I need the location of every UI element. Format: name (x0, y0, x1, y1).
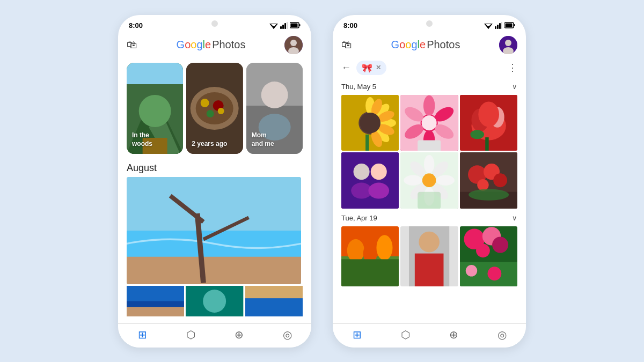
back-button[interactable]: ← (341, 62, 351, 73)
nav-library-icon: ⊕ (235, 328, 244, 341)
strip-photo-1[interactable] (127, 286, 184, 316)
svg-point-133 (476, 243, 490, 257)
shop-button-2[interactable]: 🛍 (341, 39, 352, 51)
svg-point-77 (360, 112, 380, 133)
svg-point-81 (423, 95, 435, 116)
woman-photo[interactable] (400, 226, 458, 286)
flower-white-zinnia[interactable] (400, 152, 458, 209)
logo-google-text-2: Google (391, 39, 426, 51)
nav-sharing-icon-2: ◎ (497, 328, 507, 341)
signal-icon-2 (495, 22, 502, 29)
svg-point-121 (347, 239, 364, 262)
nav-sharing-icon: ◎ (283, 328, 292, 341)
nav-sharing[interactable]: ◎ (283, 328, 292, 341)
svg-rect-58 (497, 25, 499, 29)
august-photo-grid (118, 177, 311, 284)
battery-icon-2 (504, 22, 515, 28)
apr19-photo-grid (333, 224, 526, 289)
shop-button[interactable]: 🛍 (127, 39, 137, 51)
svg-rect-96 (341, 152, 399, 209)
memory-card-years[interactable]: 2 years ago (186, 63, 243, 154)
svg-point-11 (290, 40, 297, 46)
svg-rect-8 (299, 24, 301, 26)
date-label-apr19: Tue, Apr 19 (341, 214, 377, 222)
svg-point-105 (436, 175, 455, 186)
pinkroses-svg (460, 226, 517, 286)
wifi-icon-2 (484, 22, 493, 29)
nav-search-2[interactable]: ⬡ (401, 328, 410, 341)
nav-library[interactable]: ⊕ (235, 328, 244, 341)
user-avatar-2[interactable] (499, 36, 517, 54)
svg-rect-4 (282, 25, 284, 29)
sunflower-svg (341, 95, 399, 151)
nav-sharing-2[interactable]: ◎ (497, 328, 507, 341)
svg-point-116 (477, 179, 488, 190)
svg-point-109 (404, 175, 422, 186)
nav-library-2[interactable]: ⊕ (449, 328, 458, 341)
strip3-svg (245, 286, 303, 316)
svg-rect-6 (287, 22, 288, 29)
svg-point-65 (505, 40, 511, 46)
nav-search[interactable]: ⬡ (186, 328, 195, 341)
nav-photos-2[interactable]: ⊞ (353, 328, 362, 341)
svg-point-23 (201, 99, 209, 107)
strip-photo-2[interactable] (186, 286, 243, 316)
august-label: August (118, 158, 311, 177)
filter-chip[interactable]: 🎀 ✕ (356, 61, 386, 75)
memory-card-mom[interactable]: Momand me (246, 63, 303, 154)
filter-close[interactable]: ✕ (376, 64, 381, 71)
phone-1-bottom-nav: ⊞ ⬡ ⊕ ◎ (118, 323, 311, 348)
phone-1: 8:00 (118, 15, 311, 348)
svg-point-26 (218, 108, 224, 114)
phone-1-app-header: 🛍 Google Photos (118, 32, 311, 58)
flower-people[interactable] (341, 152, 399, 209)
date-section-may5: Thu, May 5 ∨ (333, 79, 526, 93)
flower-sunflower[interactable] (341, 95, 399, 151)
beach-svg (127, 177, 301, 284)
svg-point-51 (203, 290, 226, 313)
memory-label-woods: In thewoods (132, 131, 152, 148)
user-avatar[interactable] (284, 36, 303, 54)
svg-rect-53 (245, 298, 303, 316)
nav-photos[interactable]: ⊞ (138, 328, 147, 341)
svg-rect-62 (514, 24, 515, 26)
avatar-svg-2 (499, 36, 517, 54)
svg-rect-33 (127, 256, 301, 284)
svg-rect-78 (365, 134, 369, 151)
nav-library-icon-2: ⊕ (449, 328, 458, 341)
more-options-button[interactable]: ⋮ (508, 62, 517, 73)
redflower-svg (460, 95, 517, 151)
date-chevron-apr19[interactable]: ∨ (512, 214, 517, 222)
garden-photo[interactable] (341, 226, 399, 286)
flower-pink[interactable] (400, 95, 458, 151)
roses-svg (460, 152, 517, 209)
flower-roses[interactable] (460, 152, 517, 209)
wifi-icon (269, 22, 278, 29)
nav-photos-icon: ⊞ (138, 328, 147, 341)
date-chevron-may5[interactable]: ∨ (512, 83, 517, 91)
flower-red[interactable] (460, 95, 517, 151)
svg-point-135 (465, 265, 477, 276)
svg-point-100 (368, 183, 389, 199)
svg-rect-88 (418, 140, 441, 151)
avatar-svg (284, 36, 303, 54)
svg-point-98 (371, 164, 387, 180)
strip-photo-3[interactable] (245, 286, 303, 316)
phone-2-status-icons (484, 22, 515, 29)
memory-card-woods[interactable]: In thewoods (127, 63, 183, 154)
filter-emoji: 🎀 (362, 63, 372, 73)
search-filter-bar: ← 🎀 ✕ ⋮ (333, 58, 526, 79)
date-header-apr19: Tue, Apr 19 ∨ (341, 214, 517, 222)
svg-point-127 (419, 231, 440, 252)
phone-2-bottom-nav: ⊞ ⬡ ⊕ ◎ (333, 323, 526, 348)
pink-roses-photo[interactable] (460, 226, 517, 286)
phone-2-notch (426, 20, 433, 27)
svg-point-118 (469, 189, 509, 200)
beach-photo[interactable] (127, 177, 301, 284)
svg-rect-128 (415, 253, 444, 286)
svg-rect-94 (485, 137, 488, 151)
phone-1-time: 8:00 (129, 21, 143, 29)
svg-rect-19 (127, 63, 183, 84)
shop-icon: 🛍 (127, 39, 137, 51)
google-photos-logo-2: Google Photos (391, 39, 460, 51)
